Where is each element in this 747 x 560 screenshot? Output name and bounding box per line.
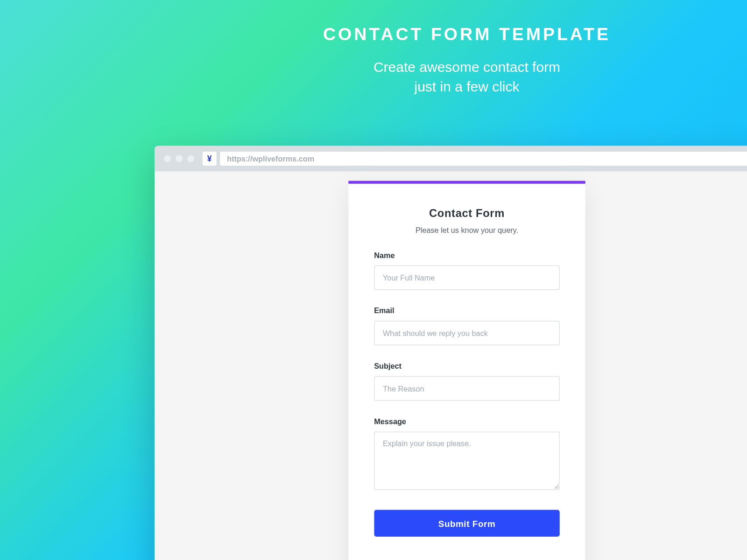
- hero-subtitle: Create awesome contact form just in a fe…: [0, 57, 747, 97]
- form-subtitle: Please let us know your query.: [374, 226, 560, 235]
- subject-input[interactable]: [374, 376, 560, 401]
- submit-button[interactable]: Submit Form: [374, 510, 560, 537]
- hero-title: CONTACT FORM TEMPLATE: [0, 25, 747, 45]
- hero: CONTACT FORM TEMPLATE Create awesome con…: [0, 25, 747, 97]
- field-message: Message: [374, 417, 560, 492]
- name-label: Name: [374, 251, 560, 260]
- window-minimize-icon[interactable]: [176, 155, 183, 162]
- favicon-glyph: ¥: [207, 154, 212, 163]
- favicon-icon: ¥: [203, 152, 217, 166]
- hero-subtitle-line1: Create awesome contact form: [374, 59, 560, 75]
- browser-viewport: Contact Form Please let us know your que…: [155, 172, 747, 560]
- email-input[interactable]: [374, 321, 560, 346]
- browser-titlebar: ¥ https://wpliveforms.com: [155, 146, 747, 172]
- window-maximize-icon[interactable]: [187, 155, 194, 162]
- message-input[interactable]: [374, 432, 560, 490]
- address-bar[interactable]: https://wpliveforms.com: [220, 152, 747, 166]
- subject-label: Subject: [374, 362, 560, 371]
- hero-subtitle-line2: just in a few click: [414, 78, 519, 94]
- window-controls: [164, 155, 194, 162]
- name-input[interactable]: [374, 266, 560, 290]
- address-url: https://wpliveforms.com: [227, 154, 314, 163]
- contact-form-card: Contact Form Please let us know your que…: [348, 181, 585, 560]
- form-title: Contact Form: [374, 207, 560, 220]
- message-label: Message: [374, 417, 560, 426]
- email-label: Email: [374, 306, 560, 315]
- field-subject: Subject: [374, 362, 560, 401]
- field-name: Name: [374, 251, 560, 290]
- window-close-icon[interactable]: [164, 155, 171, 162]
- browser-window: ¥ https://wpliveforms.com Contact Form P…: [155, 146, 747, 560]
- field-email: Email: [374, 306, 560, 345]
